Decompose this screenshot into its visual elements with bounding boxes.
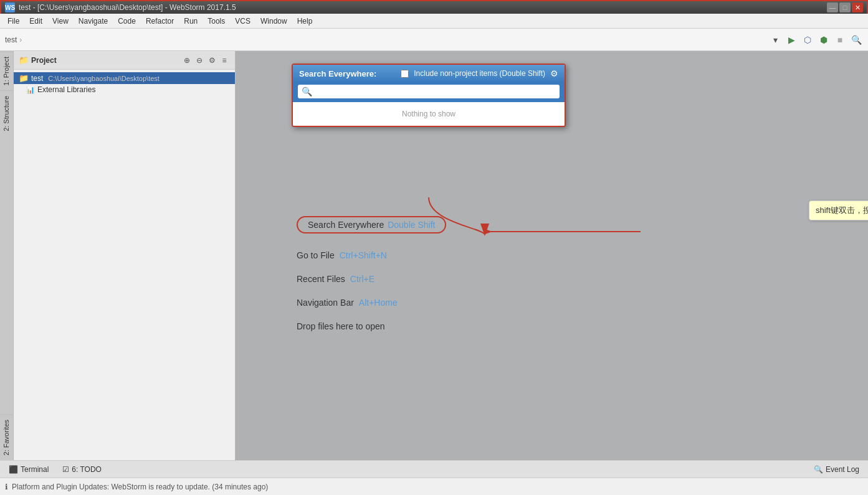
left-side-tabs: 1: Project 2: Structure 2: Favorites (0, 51, 14, 460)
menu-edit[interactable]: Edit (24, 16, 47, 27)
navigation-bar-shortcut: Alt+Home (359, 298, 398, 308)
drop-files-hint: Drop files here to open (297, 321, 385, 331)
navigation-bar-text: Navigation Bar (297, 298, 354, 308)
menu-code[interactable]: Code (113, 16, 141, 27)
search-input-wrapper: 🔍 (298, 85, 560, 98)
navigation-bar-hint: Navigation Bar Alt+Home (297, 298, 398, 308)
libs-icon: 📊 (26, 86, 35, 94)
sidebar-tab-project[interactable]: 1: Project (0, 51, 13, 90)
event-log-label: Event Log (826, 465, 859, 474)
todo-tab[interactable]: ☑ 6: TODO (56, 463, 108, 476)
coverage-button[interactable]: ⬢ (817, 33, 831, 47)
search-input[interactable] (316, 87, 556, 97)
tree-root-name: test (31, 74, 43, 83)
terminal-tab[interactable]: ⬛ Terminal (2, 463, 55, 476)
title-bar-text: test - [C:\Users\yangbaoshuai\Desktop\te… (19, 3, 236, 12)
include-non-project-label: Include non-project items (Double Shift) (414, 69, 545, 78)
close-button[interactable]: ✕ (852, 2, 863, 12)
sync-button[interactable]: ⊕ (181, 55, 193, 66)
search-icon: 🔍 (302, 87, 312, 97)
goto-file-shortcut: Ctrl+Shift+N (340, 250, 387, 260)
tooltip-box: shift键双击，搜索 (809, 200, 868, 220)
search-everywhere-text: Search Everywhere (308, 220, 384, 230)
tooltip-text: shift键双击，搜索 (816, 205, 868, 215)
breadcrumb-text: test (5, 35, 17, 44)
breadcrumb: test › (5, 35, 766, 44)
update-text: Platform and Plugin Updates: WebStorm is… (12, 483, 268, 491)
project-tree: 📁 test C:\Users\yangbaoshuai\Desktop\tes… (14, 70, 235, 460)
title-bar-controls: — □ ✕ (827, 2, 863, 12)
search-results-area: Nothing to show (293, 102, 565, 126)
event-log-tab[interactable]: 🔍 Event Log (808, 463, 866, 476)
update-icon: ℹ (5, 483, 8, 491)
tree-root-path: C:\Users\yangbaoshuai\Desktop\test (48, 75, 160, 82)
toolbar: test › ▾ ▶ ⬡ ⬢ ■ 🔍 (0, 29, 868, 51)
maximize-button[interactable]: □ (839, 2, 851, 12)
annotation-arrow-2 (485, 219, 647, 244)
search-settings-icon[interactable]: ⚙ (550, 68, 558, 78)
status-update: ℹ Platform and Plugin Updates: WebStorm … (5, 483, 863, 491)
search-nothing-to-show: Nothing to show (298, 107, 560, 121)
run-button[interactable]: ▶ (785, 33, 798, 47)
collapse-button[interactable]: ⊖ (194, 55, 205, 66)
project-panel-title: Project (31, 56, 179, 65)
todo-icon: ☑ (62, 465, 69, 474)
menu-navigate[interactable]: Navigate (74, 16, 113, 27)
menu-window[interactable]: Window (255, 16, 292, 27)
search-popup-label: Search Everywhere: (299, 69, 376, 78)
menu-file[interactable]: File (2, 16, 24, 27)
menu-vcs[interactable]: VCS (230, 16, 255, 27)
app-icon: WS (5, 2, 15, 12)
terminal-icon: ⬛ (9, 465, 18, 474)
search-input-area: 🔍 (293, 82, 565, 102)
search-everywhere-hint-box: Search Everywhere Double Shift (297, 216, 446, 233)
recent-files-shortcut: Ctrl+E (350, 274, 374, 284)
breadcrumb-separator: › (19, 35, 22, 44)
dropdown-button[interactable]: ▾ (768, 33, 782, 47)
bottom-tabs: ⬛ Terminal ☑ 6: TODO 🔍 Event Log (0, 460, 868, 478)
menu-bar: File Edit View Navigate Code Refactor Ru… (0, 14, 868, 29)
recent-files-text: Recent Files (297, 274, 345, 284)
event-log-icon: 🔍 (814, 465, 823, 474)
menu-view[interactable]: View (47, 16, 74, 27)
goto-file-hint: Go to File Ctrl+Shift+N (297, 250, 387, 260)
include-non-project-checkbox[interactable] (401, 70, 409, 78)
search-everywhere-popup: Search Everywhere: Include non-project i… (292, 64, 566, 127)
folder-icon: 📁 (19, 73, 29, 83)
search-everywhere-shortcut: Double Shift (388, 220, 435, 230)
title-bar-left: WS test - [C:\Users\yangbaoshuai\Desktop… (5, 2, 236, 12)
search-everywhere-toolbar[interactable]: 🔍 (849, 33, 863, 47)
tree-external-libs[interactable]: 📊 External Libraries (14, 84, 235, 95)
status-bar: ℹ Platform and Plugin Updates: WebStorm … (0, 478, 868, 495)
menu-tools[interactable]: Tools (203, 16, 230, 27)
project-panel-header: 📁 Project ⊕ ⊖ ⚙ ≡ (14, 51, 235, 70)
menu-refactor[interactable]: Refactor (141, 16, 179, 27)
search-everywhere-hint-container: Search Everywhere Double Shift (297, 216, 446, 233)
terminal-label: Terminal (21, 465, 49, 474)
menu-run[interactable]: Run (179, 16, 203, 27)
tree-root-item[interactable]: 📁 test C:\Users\yangbaoshuai\Desktop\tes… (14, 72, 235, 84)
main-layout: 1: Project 2: Structure 2: Favorites 📁 P… (0, 51, 868, 460)
minimize-button[interactable]: — (827, 2, 838, 12)
todo-label: 6: TODO (72, 465, 102, 474)
debug-button[interactable]: ⬡ (801, 33, 814, 47)
recent-files-hint: Recent Files Ctrl+E (297, 274, 374, 284)
menu-help[interactable]: Help (292, 16, 318, 27)
project-panel-icon: 📁 (19, 55, 29, 65)
project-panel: 📁 Project ⊕ ⊖ ⚙ ≡ 📁 test C:\Users\yangba… (14, 51, 236, 460)
tree-external-libs-label: External Libraries (37, 85, 95, 94)
search-popup-header: Search Everywhere: Include non-project i… (293, 65, 565, 82)
title-bar: WS test - [C:\Users\yangbaoshuai\Desktop… (0, 0, 868, 14)
filter-button[interactable]: ≡ (219, 55, 230, 66)
goto-file-text: Go to File (297, 250, 335, 260)
editor-area: Search Everywhere: Include non-project i… (236, 51, 868, 460)
drop-files-text: Drop files here to open (297, 321, 385, 331)
stop-button[interactable]: ■ (833, 33, 847, 47)
sidebar-tab-favorites[interactable]: 2: Favorites (0, 414, 13, 460)
sidebar-tab-structure[interactable]: 2: Structure (0, 90, 13, 136)
settings-button[interactable]: ⚙ (206, 55, 217, 66)
